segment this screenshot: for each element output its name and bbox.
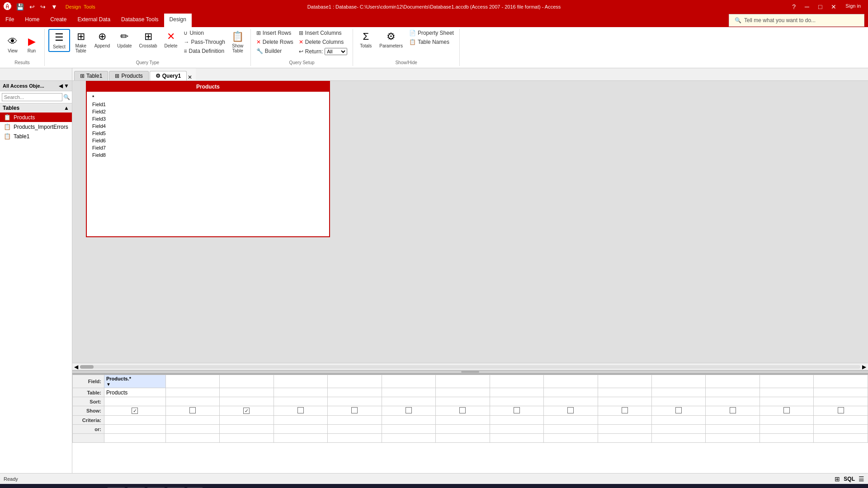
show-checkbox-13[interactable]: [838, 407, 844, 413]
empty-cell-1-11[interactable]: [706, 434, 760, 443]
table-cell-13[interactable]: [814, 388, 868, 397]
hscroll-left-btn[interactable]: ◀: [74, 364, 78, 370]
or-cell-13[interactable]: [814, 425, 868, 434]
show-cell-7[interactable]: [490, 406, 543, 416]
show-checkbox-1[interactable]: [189, 407, 196, 413]
show-cell-2[interactable]: [220, 406, 274, 416]
field-3[interactable]: Field3: [87, 115, 329, 122]
view-button[interactable]: 👁 View: [4, 34, 22, 55]
criteria-cell-1[interactable]: [165, 416, 219, 425]
show-cell-6[interactable]: [436, 406, 490, 416]
field-cell-1[interactable]: [165, 375, 219, 388]
show-checkbox-8[interactable]: [567, 407, 574, 413]
table-cell-4[interactable]: [328, 388, 382, 397]
sort-cell-4[interactable]: [328, 397, 382, 406]
empty-cell-1-9[interactable]: [598, 434, 651, 443]
help-btn[interactable]: ?: [788, 3, 799, 10]
or-cell-11[interactable]: [706, 425, 760, 434]
empty-cell-1-6[interactable]: [436, 434, 490, 443]
show-checkbox-7[interactable]: [514, 407, 520, 413]
or-cell-3[interactable]: [274, 425, 327, 434]
return-button[interactable]: ↩ Return: All 5 25: [297, 47, 349, 56]
field-cell-4[interactable]: [328, 375, 382, 388]
tab-database-tools[interactable]: Database Tools: [116, 14, 164, 27]
criteria-cell-0[interactable]: [104, 416, 166, 425]
tab-file[interactable]: File: [0, 14, 19, 27]
field-5[interactable]: Field5: [87, 130, 329, 137]
criteria-cell-7[interactable]: [490, 416, 543, 425]
show-cell-3[interactable]: [274, 406, 327, 416]
parameters-button[interactable]: ⚙ Parameters: [377, 29, 406, 50]
show-checkbox-10[interactable]: [675, 407, 682, 413]
criteria-cell-9[interactable]: [598, 416, 651, 425]
show-checkbox-11[interactable]: [730, 407, 736, 413]
crosstab-button[interactable]: ⊞ Crosstab: [137, 29, 160, 50]
show-checkbox-4[interactable]: [351, 407, 358, 413]
sort-cell-6[interactable]: [436, 397, 490, 406]
sidebar-menu-btn[interactable]: ▼: [64, 83, 69, 89]
close-btn[interactable]: ✕: [827, 3, 840, 10]
empty-cell-1-12[interactable]: [760, 434, 813, 443]
sql-view-btn[interactable]: SQL: [844, 476, 855, 482]
totals-button[interactable]: Σ Totals: [357, 29, 375, 50]
show-checkbox-9[interactable]: [622, 407, 628, 413]
or-cell-1[interactable]: [165, 425, 219, 434]
splitter[interactable]: [72, 370, 868, 374]
criteria-cell-8[interactable]: [544, 416, 598, 425]
show-cell-11[interactable]: [706, 406, 760, 416]
empty-cell-1-10[interactable]: [651, 434, 705, 443]
tab-table1[interactable]: ⊞ Table1: [74, 71, 108, 80]
show-cell-5[interactable]: [382, 406, 435, 416]
maximize-btn[interactable]: □: [815, 3, 826, 10]
table-cell-2[interactable]: [220, 388, 274, 397]
builder-button[interactable]: 🔧 Builder: [255, 47, 295, 55]
table-cell-5[interactable]: [382, 388, 435, 397]
criteria-cell-6[interactable]: [436, 416, 490, 425]
sort-cell-10[interactable]: [651, 397, 705, 406]
make-table-button[interactable]: ⊞ MakeTable: [72, 29, 90, 55]
field-cell-3[interactable]: [274, 375, 327, 388]
show-cell-8[interactable]: [544, 406, 598, 416]
select-button[interactable]: ☰ Select: [48, 29, 70, 52]
empty-cell-1-3[interactable]: [274, 434, 327, 443]
show-checkbox-0[interactable]: [132, 408, 138, 414]
start-button[interactable]: ⊞: [2, 485, 19, 488]
field-cell-9[interactable]: [598, 375, 651, 388]
empty-cell-1-5[interactable]: [382, 434, 435, 443]
criteria-cell-11[interactable]: [706, 416, 760, 425]
field-1[interactable]: Field1: [87, 101, 329, 108]
sort-cell-12[interactable]: [760, 397, 813, 406]
sort-cell-9[interactable]: [598, 397, 651, 406]
or-cell-6[interactable]: [436, 425, 490, 434]
criteria-cell-2[interactable]: [220, 416, 274, 425]
property-sheet-button[interactable]: 📄 Property Sheet: [407, 29, 456, 37]
empty-cell-1-1[interactable]: [165, 434, 219, 443]
run-button[interactable]: ▶ Run: [23, 34, 41, 55]
field-star[interactable]: *: [87, 94, 329, 101]
close-pane-btn[interactable]: ✕: [188, 74, 196, 80]
table-cell-1[interactable]: [165, 388, 219, 397]
ribbon-search[interactable]: 🔍 Tell me what you want to do...: [729, 14, 864, 27]
or-cell-12[interactable]: [760, 425, 813, 434]
or-cell-10[interactable]: [651, 425, 705, 434]
table-cell-7[interactable]: [490, 388, 543, 397]
field-input-0[interactable]: [106, 376, 164, 381]
delete-button[interactable]: ✕ Delete: [162, 29, 180, 50]
or-cell-0[interactable]: [104, 425, 166, 434]
sort-cell-3[interactable]: [274, 397, 327, 406]
field-cell-13[interactable]: [814, 375, 868, 388]
show-cell-1[interactable]: [165, 406, 219, 416]
sidebar-item-products[interactable]: 📋 Products: [0, 113, 72, 122]
sort-cell-13[interactable]: [814, 397, 868, 406]
query-design-area[interactable]: Products * Field1 Field2 Field3 Field4 F…: [72, 81, 868, 363]
insert-rows-button[interactable]: ⊞ Insert Rows: [255, 29, 295, 37]
table-names-button[interactable]: 📋 Table Names: [407, 38, 456, 46]
show-table-button[interactable]: 📋 ShowTable: [229, 29, 247, 55]
table-cell-12[interactable]: [760, 388, 813, 397]
field-2[interactable]: Field2: [87, 108, 329, 115]
field-8[interactable]: Field8: [87, 151, 329, 159]
empty-cell-1-2[interactable]: [220, 434, 274, 443]
field-4[interactable]: Field4: [87, 122, 329, 130]
sidebar-search-input[interactable]: [2, 93, 62, 101]
field-cell-6[interactable]: [436, 375, 490, 388]
